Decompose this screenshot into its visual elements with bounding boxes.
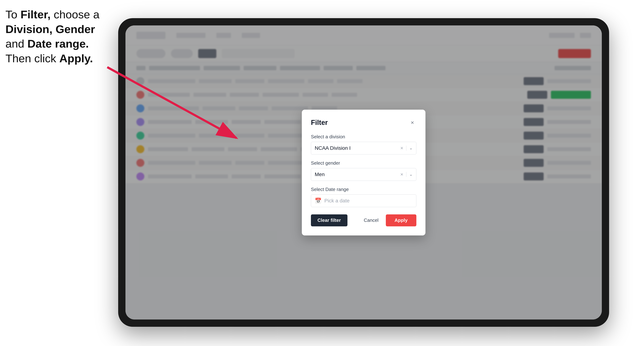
tablet-screen: Filter × Select a division NCAA Division… <box>126 25 602 320</box>
division-gender-bold: Division, Gender <box>6 23 95 35</box>
cancel-button[interactable]: Cancel <box>360 217 382 223</box>
modal-header: Filter × <box>311 119 416 127</box>
instruction-line1: To Filter, choose a <box>6 8 100 21</box>
gender-select[interactable]: Men × ⌄ <box>311 168 416 181</box>
apply-button[interactable]: Apply <box>386 214 416 226</box>
gender-form-group: Select gender Men × ⌄ <box>311 160 416 181</box>
gender-select-actions: × ⌄ <box>400 172 412 177</box>
instruction-line2: and Date range. <box>6 37 89 50</box>
gender-selected-value: Men <box>315 172 400 177</box>
modal-footer: Clear filter Cancel Apply <box>311 214 416 226</box>
gender-chevron-icon: ⌄ <box>409 172 412 177</box>
gender-label: Select gender <box>311 160 416 166</box>
modal-overlay: Filter × Select a division NCAA Division… <box>126 25 602 320</box>
date-label: Select Date range <box>311 187 416 192</box>
close-button[interactable]: × <box>408 119 416 127</box>
division-select-actions: × ⌄ <box>400 145 412 151</box>
division-chevron-icon: ⌄ <box>409 146 412 151</box>
clear-filter-button[interactable]: Clear filter <box>311 214 348 226</box>
filter-modal: Filter × Select a division NCAA Division… <box>302 110 426 235</box>
instruction-block: To Filter, choose a Division, Gender and… <box>6 7 100 66</box>
division-clear-icon[interactable]: × <box>400 145 403 151</box>
footer-right-actions: Cancel Apply <box>360 214 416 226</box>
division-form-group: Select a division NCAA Division I × ⌄ <box>311 134 416 155</box>
date-input[interactable]: 📅 Pick a date <box>311 194 416 207</box>
tablet-frame: Filter × Select a division NCAA Division… <box>118 18 609 327</box>
instruction-line3: Then click Apply. <box>6 52 93 65</box>
gender-clear-icon[interactable]: × <box>400 172 403 177</box>
modal-title: Filter <box>311 119 328 127</box>
division-label: Select a division <box>311 134 416 140</box>
date-placeholder: Pick a date <box>324 198 350 204</box>
division-selected-value: NCAA Division I <box>315 145 400 151</box>
date-form-group: Select Date range 📅 Pick a date <box>311 187 416 207</box>
division-select[interactable]: NCAA Division I × ⌄ <box>311 142 416 155</box>
calendar-icon: 📅 <box>315 197 322 204</box>
